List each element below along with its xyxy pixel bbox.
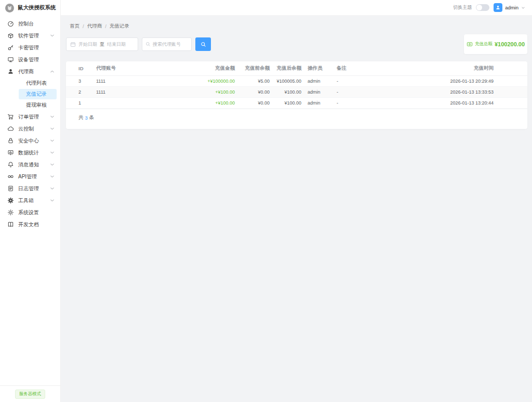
sidebar-item-label: 卡密管理 [18,44,55,51]
sidebar-item-orders[interactable]: 订单管理 [0,111,60,123]
user-menu[interactable]: admin [494,3,525,12]
calendar-icon [70,42,76,47]
theme-toggle-label: 切换主题 [453,4,472,11]
cell-account: 1111 [96,89,183,95]
sidebar-subitem-recharge-records[interactable]: 充值记录 [19,89,57,99]
sidebar-item-logs[interactable]: 日志管理 [0,183,60,194]
breadcrumb-separator: / [83,23,84,29]
table-footer: 共 3 条 [66,109,527,126]
sidebar-menu: 控制台软件管理卡密管理设备管理代理商代理列表充值记录提现审核订单管理云控制安全中… [0,18,60,230]
cell-operator: admin [301,79,337,84]
sidebar-item-label: 开发文档 [18,221,55,228]
theme-toggle[interactable] [476,4,489,11]
date-range-separator: 至 [100,41,104,48]
sidebar-item-label: 工具箱 [18,197,50,204]
sidebar-item-console[interactable]: 控制台 [0,18,60,30]
cell-before: ¥0.00 [235,100,270,106]
sidebar-item-devices[interactable]: 设备管理 [0,54,60,66]
chevron-up-icon [50,69,55,74]
total-suffix: 条 [89,114,95,121]
top-header: 切换主题 admin [61,0,532,16]
recharge-total-value: ¥100200.00 [495,41,525,47]
cell-account: 1111 [96,79,183,84]
sidebar-item-label: 云控制 [18,125,50,133]
sidebar-footer: 服务器模式 [0,385,60,402]
sidebar-item-software[interactable]: 软件管理 [0,30,60,42]
search-icon [201,42,206,47]
sidebar-item-label: 软件管理 [18,32,50,40]
toggle-knob [476,5,482,10]
key-icon [7,44,14,51]
breadcrumb-home[interactable]: 首页 [70,23,79,30]
sidebar-item-api[interactable]: API管理 [0,171,60,183]
sidebar-item-label: 消息通知 [18,161,50,168]
column-header: ID [78,66,96,71]
column-header: 备注 [337,65,374,72]
sidebar-item-cloud[interactable]: 云控制 [0,123,60,135]
sidebar-item-settings[interactable]: 系统设置 [0,206,60,218]
cart-icon [7,113,14,120]
cell-id: 2 [78,89,96,95]
api-icon [7,173,14,180]
start-date-placeholder[interactable]: 开始日期 [78,41,97,48]
chevron-down-icon [521,6,525,10]
chevron-down-icon [50,114,55,120]
main-area: 切换主题 admin 首页 / 代理商 / 充值记录 [61,0,532,402]
user-avatar [494,3,502,12]
sidebar-item-label: 安全中心 [18,137,50,145]
sidebar-item-label: 系统设置 [18,209,55,216]
recharge-total-card: 充值总额 ¥100200.00 [464,34,527,54]
book-icon [7,221,14,228]
sidebar-subitem-label: 提现审核 [26,101,47,109]
total-count: 3 [85,115,88,121]
table-row: 31111+¥100000.00¥5.00¥100005.00admin-202… [66,76,527,87]
breadcrumb-agents[interactable]: 代理商 [87,23,102,30]
sidebar-item-stats[interactable]: 数据统计 [0,147,60,159]
toolbox-icon [7,197,14,204]
sidebar-subitem-withdraw-review[interactable]: 提现审核 [19,100,57,110]
chevron-down-icon [50,186,55,191]
chevron-down-icon [50,126,55,132]
search-input[interactable]: 搜索代理账号 [142,37,192,51]
end-date-placeholder[interactable]: 结束日期 [107,41,126,48]
sidebar-item-label: 日志管理 [18,185,50,192]
package-icon [7,32,14,39]
cell-before: ¥0.00 [235,89,270,95]
cell-remark: - [337,100,374,106]
chevron-down-icon [50,138,55,144]
records-table-card: ID代理账号充值金额充值前余额充值后余额操作员备注充值时间 31111+¥100… [66,61,527,129]
sidebar-item-security[interactable]: 安全中心 [0,135,60,147]
user-icon [7,68,14,75]
dashboard-icon [7,20,14,27]
cell-operator: admin [301,89,337,95]
chevron-down-icon [50,174,55,179]
document-icon [7,185,14,192]
sidebar-item-label: 控制台 [18,20,55,28]
breadcrumb-separator: / [105,23,107,29]
search-placeholder: 搜索代理账号 [153,41,181,48]
page-content: 首页 / 代理商 / 充值记录 开始日期 至 结束日期 搜索代理账号 [61,16,532,402]
search-button[interactable] [195,37,211,51]
sidebar-item-tools[interactable]: 工具箱 [0,194,60,206]
username: admin [505,5,518,10]
cell-amount: +¥100000.00 [183,79,235,84]
cell-remark: - [337,89,374,95]
column-header: 充值时间 [374,65,494,72]
cell-operator: admin [301,100,337,106]
cell-amount: +¥100.00 [183,100,235,106]
chevron-down-icon [50,162,55,167]
date-range-picker[interactable]: 开始日期 至 结束日期 [66,37,138,51]
sidebar-subitem-agent-list[interactable]: 代理列表 [19,78,57,88]
sidebar-item-agents[interactable]: 代理商 [0,66,60,77]
sidebar-subitem-label: 代理列表 [26,80,47,87]
cell-time: 2026-01-13 13:20:44 [374,100,494,106]
total-prefix: 共 [78,114,84,121]
column-header: 充值前余额 [235,65,270,72]
sidebar-item-docs[interactable]: 开发文档 [0,218,60,230]
sidebar-item-label: 数据统计 [18,149,50,157]
table-row: 1+¥100.00¥0.00¥100.00admin-2026-01-13 13… [66,98,527,109]
app-logo [5,4,14,12]
sidebar-item-notify[interactable]: 消息通知 [0,159,60,171]
filter-bar: 开始日期 至 结束日期 搜索代理账号 充值总额 ¥100200.00 [66,37,527,58]
sidebar-item-cards[interactable]: 卡密管理 [0,42,60,54]
